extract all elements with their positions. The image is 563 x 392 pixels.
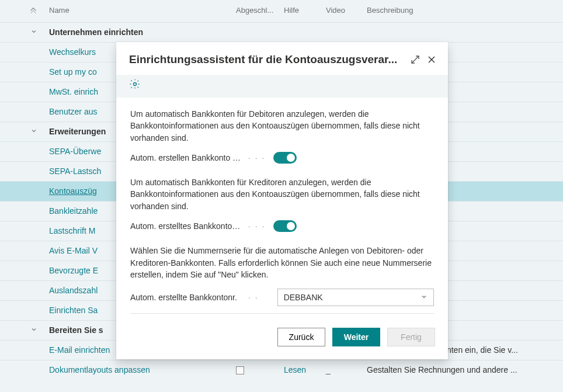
svg-line-1 bbox=[412, 60, 415, 63]
modal-overlay: Einrichtungsassistent für die Kontoauszu… bbox=[0, 0, 563, 392]
toggle-kreditor-label: Autom. erstelltes Bankkonto f... bbox=[130, 220, 248, 232]
back-button[interactable]: Zurück bbox=[277, 328, 325, 346]
finish-button: Fertig bbox=[387, 328, 435, 346]
bank-account-no-series-select[interactable]: DEBBANK bbox=[277, 289, 434, 306]
kreditor-description: Um automatisch Bankkonten für Kreditoren… bbox=[130, 176, 434, 212]
svg-point-4 bbox=[134, 83, 137, 86]
setup-wizard-dialog: Einrichtungsassistent für die Kontoauszu… bbox=[116, 42, 448, 359]
debitor-description: Um automatisch Bankkonten für Debitoren … bbox=[130, 108, 434, 144]
toggle-debitor-label: Autom. erstellen Bankkonto fü... bbox=[130, 152, 248, 164]
series-label: Autom. erstellte Bankkontonr. bbox=[130, 292, 248, 303]
svg-line-0 bbox=[415, 56, 419, 60]
next-button[interactable]: Weiter bbox=[332, 328, 380, 346]
toggle-auto-create-debitor-bank[interactable] bbox=[273, 152, 297, 164]
toggle-auto-create-kreditor-bank[interactable] bbox=[273, 220, 297, 232]
series-value: DEBBANK bbox=[284, 292, 323, 303]
process-icon[interactable] bbox=[129, 82, 141, 92]
chevron-down-icon bbox=[420, 292, 428, 303]
expand-icon[interactable] bbox=[407, 51, 423, 68]
dialog-ribbon bbox=[116, 75, 448, 98]
series-description: Wählen Sie die Nummernserie für die auto… bbox=[130, 245, 434, 280]
close-icon[interactable] bbox=[423, 51, 440, 68]
dialog-title: Einrichtungsassistent für die Kontoauszu… bbox=[129, 53, 407, 66]
